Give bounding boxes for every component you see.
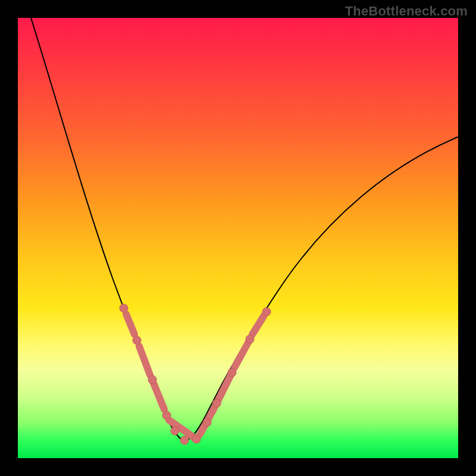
plot-area [18,18,458,458]
marker-segment-left-2 [139,346,150,375]
marker-dot [246,335,254,343]
attribution-text: TheBottleneck.com [345,4,468,19]
marker-dot [262,308,271,316]
curve-layer [18,18,458,458]
marker-dot [162,411,171,419]
marker-dot [192,435,201,443]
marker-segment-left-3 [154,383,164,409]
bottleneck-curve [31,18,458,440]
marker-dot [171,427,179,435]
marker-segment-right-4 [252,315,264,334]
marker-dot [148,375,156,384]
marker-segment-right-3 [234,342,249,368]
marker-dot [120,304,128,312]
marker-segment-left [126,314,134,334]
marker-dot [203,418,211,427]
marker-dot [228,368,236,377]
chart-stage: TheBottleneck.com [0,0,476,476]
marker-dot [180,436,189,444]
marker-dot [133,336,141,345]
marker-dot [212,399,221,408]
